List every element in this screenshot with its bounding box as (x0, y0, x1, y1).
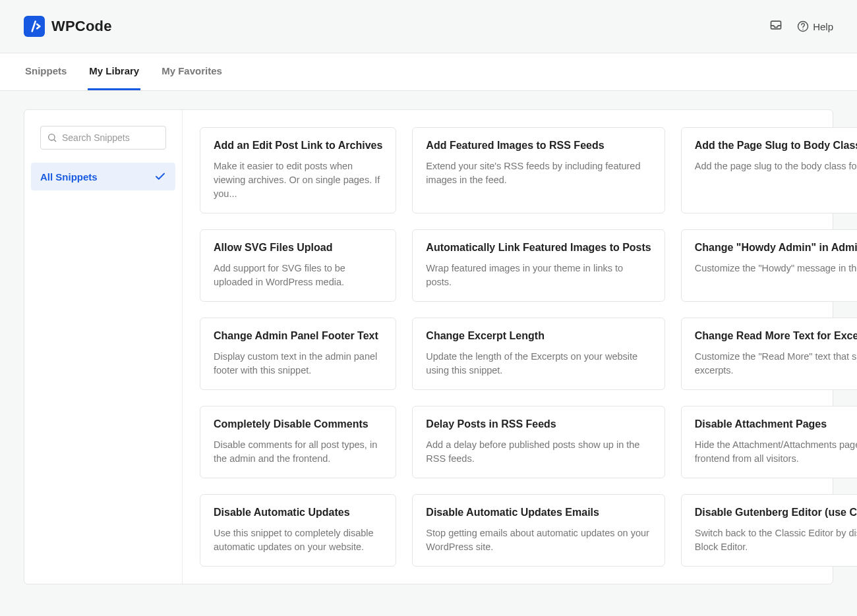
snippet-card-title: Disable Automatic Updates Emails (426, 507, 651, 518)
svg-point-2 (802, 28, 804, 30)
snippet-card-title: Change Read More Text for Excerpts (695, 330, 857, 342)
snippet-card[interactable]: Disable Automatic UpdatesUse this snippe… (200, 494, 396, 567)
snippet-card-title: Disable Gutenberg Editor (use Classic Ed… (695, 507, 857, 518)
snippet-card-title: Change Excerpt Length (426, 330, 651, 342)
tab-my-library[interactable]: My Library (88, 53, 140, 90)
snippet-card-desc: Customize the "Read More" text that show… (695, 350, 857, 378)
top-header: WPCode Help (0, 0, 857, 53)
snippet-card-desc: Switch back to the Classic Editor by dis… (695, 526, 857, 554)
snippet-card-desc: Wrap featured images in your theme in li… (426, 262, 651, 289)
snippet-card-title: Disable Automatic Updates (214, 507, 382, 518)
search-icon (47, 132, 57, 143)
snippet-card[interactable]: Add Featured Images to RSS FeedsExtend y… (412, 127, 665, 213)
snippet-card-title: Allow SVG Files Upload (214, 242, 382, 254)
snippet-card[interactable]: Add an Edit Post Link to ArchivesMake it… (200, 127, 396, 213)
brand-name: WPCode (51, 18, 112, 35)
snippet-card[interactable]: Disable Attachment PagesHide the Attachm… (681, 406, 857, 478)
snippet-card[interactable]: Change Excerpt LengthUpdate the length o… (412, 318, 665, 390)
brand-block: WPCode (24, 16, 112, 37)
tab-snippets[interactable]: Snippets (24, 53, 68, 90)
sidebar-item-label: All Snippets (40, 171, 98, 182)
help-button[interactable]: Help (797, 20, 833, 32)
snippet-card-title: Disable Attachment Pages (695, 418, 857, 430)
snippet-card[interactable]: Allow SVG Files UploadAdd support for SV… (200, 229, 396, 302)
snippet-card[interactable]: Disable Gutenberg Editor (use Classic Ed… (681, 494, 857, 567)
snippet-card-desc: Add support for SVG files to be uploaded… (214, 262, 382, 289)
search-input[interactable] (40, 126, 166, 150)
snippet-card[interactable]: Change Admin Panel Footer TextDisplay cu… (200, 318, 396, 390)
snippet-card-title: Delay Posts in RSS Feeds (426, 418, 651, 430)
sidebar: All Snippets (24, 110, 183, 584)
snippet-card-title: Add the Page Slug to Body Class (695, 140, 857, 152)
snippet-card-desc: Stop getting emails about automatic upda… (426, 526, 651, 554)
snippet-card[interactable]: Completely Disable CommentsDisable comme… (200, 406, 396, 478)
snippet-card-title: Automatically Link Featured Images to Po… (426, 242, 651, 254)
svg-line-4 (54, 140, 56, 142)
snippet-card-desc: Add the page slug to the body class for … (695, 159, 857, 173)
snippet-card-desc: Use this snippet to completely disable a… (214, 526, 382, 554)
content-area: Add an Edit Post Link to ArchivesMake it… (183, 110, 857, 584)
snippet-card-title: Change Admin Panel Footer Text (214, 330, 382, 342)
brand-icon (24, 16, 45, 37)
sidebar-item-all-snippets[interactable]: All Snippets (31, 163, 175, 190)
tab-my-favorites[interactable]: My Favorites (160, 53, 223, 90)
snippet-card[interactable]: Automatically Link Featured Images to Po… (412, 229, 665, 302)
check-icon (154, 171, 166, 182)
snippet-card-title: Add Featured Images to RSS Feeds (426, 140, 651, 152)
snippet-card-desc: Display custom text in the admin panel f… (214, 350, 382, 378)
snippet-card-desc: Update the length of the Excerpts on you… (426, 350, 651, 378)
svg-point-3 (49, 134, 55, 140)
header-actions: Help (769, 18, 833, 34)
snippet-card-title: Change "Howdy Admin" in Admin Bar (695, 242, 857, 254)
snippet-card-desc: Extend your site's RSS feeds by includin… (426, 159, 651, 187)
snippet-card-desc: Add a delay before published posts show … (426, 438, 651, 466)
snippet-card-desc: Disable comments for all post types, in … (214, 438, 382, 466)
snippet-card[interactable]: Change Read More Text for ExcerptsCustom… (681, 318, 857, 390)
snippet-card[interactable]: Delay Posts in RSS FeedsAdd a delay befo… (412, 406, 665, 478)
inbox-icon[interactable] (769, 18, 783, 34)
search-box (40, 126, 166, 150)
help-icon (797, 20, 809, 32)
snippet-card[interactable]: Add the Page Slug to Body ClassAdd the p… (681, 127, 857, 213)
tab-bar: Snippets My Library My Favorites (0, 53, 857, 91)
snippet-card[interactable]: Change "Howdy Admin" in Admin BarCustomi… (681, 229, 857, 302)
snippet-grid: Add an Edit Post Link to ArchivesMake it… (200, 127, 857, 567)
snippet-card[interactable]: Disable Automatic Updates EmailsStop get… (412, 494, 665, 567)
snippet-card-desc: Hide the Attachment/Attachments pages on… (695, 438, 857, 466)
help-label: Help (813, 21, 833, 32)
main-wrapper: All Snippets Add an Edit Post Link to Ar… (0, 91, 857, 611)
main-panel: All Snippets Add an Edit Post Link to Ar… (24, 109, 833, 584)
snippet-card-desc: Customize the "Howdy" message in the adm… (695, 262, 857, 275)
snippet-card-desc: Make it easier to edit posts when viewin… (214, 159, 382, 201)
snippet-card-title: Add an Edit Post Link to Archives (214, 140, 382, 152)
snippet-card-title: Completely Disable Comments (214, 418, 382, 430)
